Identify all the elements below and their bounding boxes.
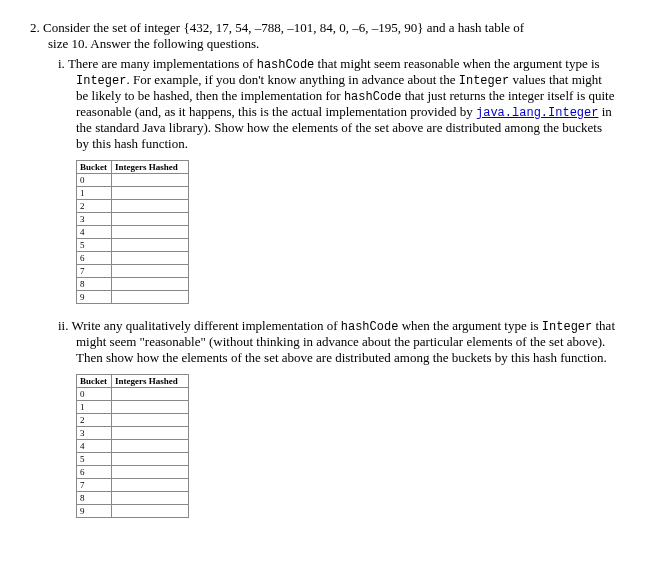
part-i-body2: that might seem reasonable when the argu…: [314, 56, 599, 71]
table-row: 8: [77, 278, 189, 291]
hashed-cell: [112, 291, 189, 304]
question-number: 2.: [30, 20, 40, 35]
bucket-cell: 7: [77, 265, 112, 278]
question-text-line2: size 10. Answer the following questions.: [48, 36, 617, 52]
bucket-cell: 4: [77, 440, 112, 453]
hashed-cell: [112, 505, 189, 518]
table-row: 0: [77, 388, 189, 401]
part-ii-label: ii.: [58, 318, 68, 333]
part-i-body1: There are many implementations of: [68, 56, 257, 71]
hashed-cell: [112, 187, 189, 200]
table-row: 2: [77, 200, 189, 213]
hashed-cell: [112, 174, 189, 187]
hashed-cell: [112, 265, 189, 278]
code-integer-1: Integer: [76, 74, 126, 88]
bucket-cell: 1: [77, 187, 112, 200]
question-text-line1: Consider the set of integer {432, 17, 54…: [43, 20, 524, 35]
table-row: 2: [77, 414, 189, 427]
table-header-row: Bucket Integers Hashed: [77, 161, 189, 174]
bucket-cell: 2: [77, 200, 112, 213]
hashed-cell: [112, 440, 189, 453]
code-integer-2: Integer: [459, 74, 509, 88]
bucket-cell: 0: [77, 174, 112, 187]
hashed-cell: [112, 427, 189, 440]
part-i: i. There are many implementations of has…: [76, 56, 617, 152]
bucket-cell: 2: [77, 414, 112, 427]
header-hashed: Integers Hashed: [112, 375, 189, 388]
hashed-cell: [112, 239, 189, 252]
bucket-cell: 4: [77, 226, 112, 239]
table-row: 4: [77, 440, 189, 453]
table-row: 3: [77, 427, 189, 440]
code-hashcode-3: hashCode: [341, 320, 399, 334]
table-row: 5: [77, 239, 189, 252]
table-row: 5: [77, 453, 189, 466]
hashed-cell: [112, 200, 189, 213]
header-bucket: Bucket: [77, 375, 112, 388]
bucket-cell: 1: [77, 401, 112, 414]
table-row: 7: [77, 265, 189, 278]
table-row: 9: [77, 291, 189, 304]
table-row: 8: [77, 492, 189, 505]
bucket-cell: 5: [77, 239, 112, 252]
table-row: 9: [77, 505, 189, 518]
hashed-cell: [112, 226, 189, 239]
bucket-cell: 9: [77, 505, 112, 518]
table-row: 4: [77, 226, 189, 239]
hashed-cell: [112, 213, 189, 226]
part-ii-body2: when the argument type is: [398, 318, 541, 333]
bucket-cell: 3: [77, 213, 112, 226]
table-row: 7: [77, 479, 189, 492]
part-ii: ii. Write any qualitatively different im…: [76, 318, 617, 366]
part-i-label: i.: [58, 56, 65, 71]
table-row: 6: [77, 252, 189, 265]
bucket-cell: 9: [77, 291, 112, 304]
part-i-body3: . For example, if you don't know anythin…: [126, 72, 458, 87]
link-java-lang-integer[interactable]: java.lang.Integer: [476, 106, 598, 120]
table-row: 1: [77, 401, 189, 414]
bucket-cell: 8: [77, 492, 112, 505]
hashed-cell: [112, 252, 189, 265]
table-row: 6: [77, 466, 189, 479]
table-header-row: Bucket Integers Hashed: [77, 375, 189, 388]
hashed-cell: [112, 492, 189, 505]
code-hashcode-2: hashCode: [344, 90, 402, 104]
table-row: 0: [77, 174, 189, 187]
bucket-cell: 6: [77, 466, 112, 479]
table-row: 1: [77, 187, 189, 200]
bucket-cell: 0: [77, 388, 112, 401]
bucket-cell: 5: [77, 453, 112, 466]
bucket-cell: 7: [77, 479, 112, 492]
table-part-i: Bucket Integers Hashed 0 1 2 3 4 5 6 7 8…: [76, 160, 189, 304]
code-integer-3: Integer: [542, 320, 592, 334]
hashed-cell: [112, 479, 189, 492]
hashed-cell: [112, 466, 189, 479]
hashed-cell: [112, 401, 189, 414]
table-part-ii: Bucket Integers Hashed 0 1 2 3 4 5 6 7 8…: [76, 374, 189, 518]
bucket-cell: 6: [77, 252, 112, 265]
hashed-cell: [112, 453, 189, 466]
bucket-cell: 3: [77, 427, 112, 440]
header-hashed: Integers Hashed: [112, 161, 189, 174]
bucket-cell: 8: [77, 278, 112, 291]
table-row: 3: [77, 213, 189, 226]
question-main: 2. Consider the set of integer {432, 17,…: [48, 20, 617, 36]
part-ii-body1: Write any qualitatively different implem…: [72, 318, 341, 333]
hashed-cell: [112, 414, 189, 427]
question-2: 2. Consider the set of integer {432, 17,…: [30, 20, 617, 518]
code-hashcode-1: hashCode: [257, 58, 315, 72]
hashed-cell: [112, 388, 189, 401]
hashed-cell: [112, 278, 189, 291]
header-bucket: Bucket: [77, 161, 112, 174]
